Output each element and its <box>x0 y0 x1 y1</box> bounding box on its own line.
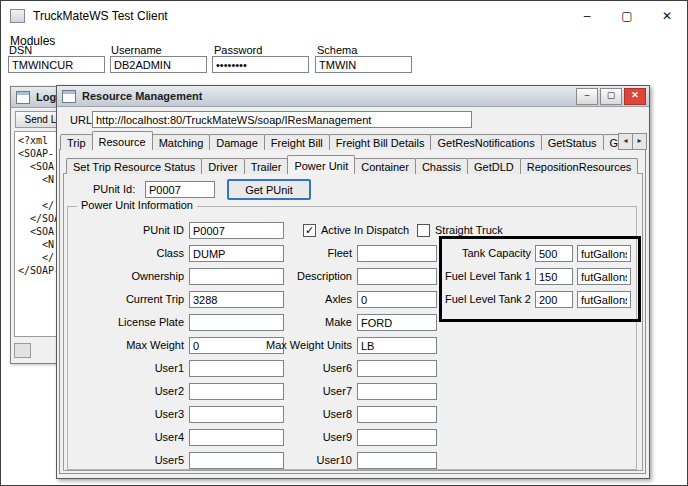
main-window-controls: – ▢ ✕ <box>567 1 687 31</box>
subtab-getdld[interactable]: GetDLD <box>467 158 521 174</box>
field-max-weight-units-input[interactable] <box>357 337 437 354</box>
field-license-plate-label: License Plate <box>87 314 184 331</box>
schema-label: Schema <box>317 44 357 56</box>
punit-lookup-input[interactable] <box>145 181 215 198</box>
field-tank-capacity-label: Tank Capacity <box>443 245 531 262</box>
app-icon <box>10 9 25 23</box>
field-user2-label: User2 <box>87 383 184 400</box>
resource-management-icon <box>62 90 76 103</box>
rm-minimize-icon[interactable]: – <box>576 88 598 105</box>
subtab-driver[interactable]: Driver <box>201 158 244 174</box>
subtab-container[interactable]: Container <box>354 158 416 174</box>
straight-truck-checkbox[interactable] <box>417 224 430 237</box>
field-description-input[interactable] <box>357 268 437 285</box>
field-fleet-input[interactable] <box>357 245 437 262</box>
truckmatews-test-client-window: TruckMateWS Test Client – ▢ ✕ Modules DS… <box>0 0 688 486</box>
field-make-input[interactable] <box>357 314 437 331</box>
field-user9-label: User9 <box>255 429 352 446</box>
subtab-trailer[interactable]: Trailer <box>244 158 289 174</box>
close-icon[interactable]: ✕ <box>647 1 687 31</box>
field-user9-input[interactable] <box>357 429 437 446</box>
field-tank-capacity-input[interactable] <box>535 245 573 262</box>
field-user8-label: User8 <box>255 406 352 423</box>
field-user7-label: User7 <box>255 383 352 400</box>
field-axles-label: Axles <box>255 291 352 308</box>
field-fuel-level-tank-2-unit-input[interactable] <box>577 291 631 308</box>
field-fuel-level-tank-1-unit-input[interactable] <box>577 268 631 285</box>
minimize-icon[interactable]: – <box>567 1 607 31</box>
field-axles-input[interactable] <box>357 291 437 308</box>
main-window-title: TruckMateWS Test Client <box>33 9 168 23</box>
field-user6-label: User6 <box>255 360 352 377</box>
punit-lookup-label: PUnit Id: <box>93 181 135 198</box>
tab-scroll-right-icon[interactable]: ▸ <box>632 133 647 150</box>
field-max-weight-label: Max Weight <box>87 337 184 354</box>
tab-scroll-left-icon[interactable]: ◂ <box>618 133 633 150</box>
field-user5-label: User5 <box>87 452 184 469</box>
field-description-label: Description <box>255 268 352 285</box>
field-make-label: Make <box>255 314 352 331</box>
password-input[interactable] <box>212 56 309 73</box>
tab-getresnotifications[interactable]: GetResNotifications <box>430 134 541 150</box>
tab-resource[interactable]: Resource <box>92 131 153 150</box>
straight-truck-label: Straight Truck <box>435 222 503 239</box>
url-input[interactable] <box>92 111 472 128</box>
tab-freight-bill-details[interactable]: Freight Bill Details <box>329 134 432 150</box>
field-user7-input[interactable] <box>357 383 437 400</box>
resource-sub-tabs: Set Trip Resource Status Driver Trailer … <box>66 155 637 174</box>
tab-damage[interactable]: Damage <box>209 134 265 150</box>
resource-window-controls: – ▢ ✕ <box>576 88 646 105</box>
tab-scroll-buttons: ◂ ▸ <box>619 133 647 150</box>
resource-management-window: Resource Management – ▢ ✕ URL Trip Resou… <box>56 85 650 479</box>
resource-management-title: Resource Management <box>82 90 202 102</box>
subtab-repositionresources[interactable]: RepositionResources <box>520 158 639 174</box>
service-tabs: Trip Resource Matching Damage Freight Bi… <box>60 131 646 150</box>
tab-matching[interactable]: Matching <box>152 134 211 150</box>
field-tank-capacity-unit-input[interactable] <box>577 245 631 262</box>
field-fuel-level-tank-2-label: Fuel Level Tank 2 <box>443 291 531 308</box>
field-ownership-label: Ownership <box>87 268 184 285</box>
field-user10-input[interactable] <box>357 452 437 469</box>
field-user3-label: User3 <box>87 406 184 423</box>
tab-getstatus[interactable]: GetStatus <box>541 134 604 150</box>
field-current-trip-label: Current Trip <box>87 291 184 308</box>
subtab-power-unit[interactable]: Power Unit <box>287 155 355 174</box>
url-label: URL <box>70 112 92 129</box>
active-in-dispatch-label: Active In Dispatch <box>321 222 409 239</box>
active-in-dispatch-checkbox[interactable]: ✓ <box>303 224 316 237</box>
field-punit-id-input[interactable] <box>189 222 284 239</box>
username-label: Username <box>111 44 162 56</box>
field-punit-id-label: PUnit ID <box>87 222 184 239</box>
log-window-title: Log <box>36 91 56 103</box>
main-titlebar: TruckMateWS Test Client – ▢ ✕ <box>1 1 687 31</box>
field-user8-input[interactable] <box>357 406 437 423</box>
field-class-label: Class <box>87 245 184 262</box>
rm-close-icon[interactable]: ✕ <box>624 88 646 105</box>
field-fuel-level-tank-1-input[interactable] <box>535 268 573 285</box>
field-fuel-level-tank-1-label: Fuel Level Tank 1 <box>443 268 531 285</box>
checkmark-icon: ✓ <box>304 225 315 236</box>
log-status-box <box>14 343 31 358</box>
username-input[interactable] <box>110 56 207 73</box>
password-label: Password <box>214 44 262 56</box>
get-punit-button[interactable]: Get PUnit <box>227 179 311 200</box>
field-fuel-level-tank-2-input[interactable] <box>535 291 573 308</box>
power-unit-information-title: Power Unit Information <box>77 199 197 211</box>
tab-trip[interactable]: Trip <box>60 134 93 150</box>
field-user6-input[interactable] <box>357 360 437 377</box>
field-user4-label: User4 <box>87 429 184 446</box>
field-fleet-label: Fleet <box>255 245 352 262</box>
field-max-weight-units-label: Max Weight Units <box>255 337 352 354</box>
rm-maximize-icon[interactable]: ▢ <box>600 88 622 105</box>
subtab-set-trip-resource-status[interactable]: Set Trip Resource Status <box>66 158 202 174</box>
log-window-icon <box>16 91 30 104</box>
maximize-icon[interactable]: ▢ <box>607 1 647 31</box>
field-user10-label: User10 <box>255 452 352 469</box>
tab-freight-bill[interactable]: Freight Bill <box>264 134 330 150</box>
dsn-input[interactable] <box>8 56 105 73</box>
dsn-label: DSN <box>9 44 32 56</box>
resource-management-titlebar[interactable]: Resource Management – ▢ ✕ <box>57 86 649 107</box>
schema-input[interactable] <box>315 56 412 73</box>
field-user1-label: User1 <box>87 360 184 377</box>
subtab-chassis[interactable]: Chassis <box>415 158 468 174</box>
